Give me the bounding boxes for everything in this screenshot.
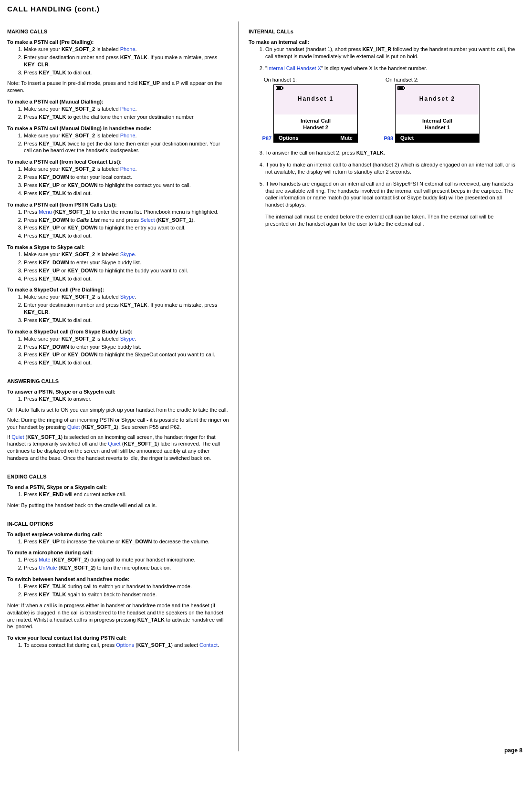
right-column: INTERNAL CALLs To make an internal call:…	[239, 21, 516, 751]
list-item: Press Mute (KEY_SOFT_2) during call to m…	[24, 556, 229, 563]
vol-head: To adjust earpiece volume during call:	[7, 531, 229, 537]
int5b-note: The internal call must be ended before t…	[265, 213, 516, 228]
list-item: Press KEY_TALK to dial out.	[24, 317, 229, 324]
left-column: MAKING CALLS To make a PSTN call (Pre Di…	[7, 21, 239, 751]
list-item: Press KEY_TALK to dial out.	[24, 232, 229, 239]
list-item: Press KEY_DOWN to Calls List menu and pr…	[24, 217, 229, 224]
list-item: Press KEY_TALK to answer.	[24, 395, 229, 403]
list-item: Press KEY_UP or KEY_DOWN to highlight th…	[24, 351, 229, 358]
pstn-hf-head: To make a PSTN call (Manual Dialling) in…	[7, 125, 229, 131]
skype-head: To make a Skype to Skype call:	[7, 244, 229, 250]
pstn-manual-list: Make sure your KEY_SOFT_2 is labeled Pho…	[7, 105, 229, 121]
phone2-title: Handset 2	[396, 87, 479, 102]
list-item: Press KEY_TALK to dial out.	[24, 275, 229, 282]
int-list-bottom: To answer the call on handset 2, press K…	[249, 149, 516, 228]
list-item: Press KEY_UP to increase the volume or K…	[24, 538, 229, 545]
phone2-screen: Handset 2 Internal CallHandset 1 Quiet	[395, 84, 480, 143]
phone1-softkeys: Options Mute	[274, 134, 357, 142]
p87-label: P87	[258, 135, 271, 143]
answer-list: Press KEY_TALK to answer.	[7, 395, 229, 403]
list-item: If you try to make an internal call to a…	[265, 161, 516, 176]
view-list: To access contact list during call, pres…	[7, 642, 229, 649]
pstn-calls-head: To make a PSTN call (from PSTN Calls Lis…	[7, 202, 229, 208]
list-item: Make sure your KEY_SOFT_2 is labeled Sky…	[24, 251, 229, 258]
list-item: Press KEY_TALK to dial out.	[24, 190, 229, 197]
vol-list: Press KEY_UP to increase the volume or K…	[7, 538, 229, 545]
battery-icon	[397, 86, 404, 90]
phone2-softkey-left: Quiet	[400, 135, 414, 141]
list-item: Make sure your KEY_SOFT_2 is labeled Pho…	[24, 132, 229, 139]
list-item: Press KEY_TALK to dial out.	[24, 69, 229, 76]
answer-head: To answer a PSTN, Skype or a SkypeIn cal…	[7, 389, 229, 395]
list-item: Make sure your KEY_SOFT_2 is labeled Sky…	[24, 293, 229, 301]
phone2-mid: Internal CallHandset 1	[396, 114, 479, 134]
page-title: CALL HANDLING (cont.)	[7, 5, 525, 13]
phone1-title: Handset 1	[274, 87, 357, 102]
list-item: "Internal Call Handset X" is displayed w…	[265, 65, 516, 72]
list-item: Make sure your KEY_SOFT_2 is labeled Sky…	[24, 335, 229, 343]
internal-heading: INTERNAL CALLs	[249, 29, 516, 34]
skypeout-buddy-head: To make a SkypeOut call (from Skype Budd…	[7, 329, 229, 334]
mute-list: Press Mute (KEY_SOFT_2) during call to m…	[7, 556, 229, 572]
list-item: Press KEY_DOWN to enter your Skype buddy…	[24, 259, 229, 266]
list-item: Make sure your KEY_SOFT_2 is labeled Pho…	[24, 166, 229, 173]
pstn-pre-list: Make sure your KEY_SOFT_2 is labeled Pho…	[7, 46, 229, 76]
phone2-softkeys: Quiet	[396, 134, 479, 142]
skype-list: Make sure your KEY_SOFT_2 is labeled Sky…	[7, 251, 229, 282]
list-item: Press Menu (KEY_SOFT_1) to enter the men…	[24, 208, 229, 216]
phone1-screen: Handset 1 Internal CallHandset 2 Options…	[273, 84, 358, 143]
list-item: Make sure your KEY_SOFT_2 is labeled Pho…	[24, 46, 229, 53]
pstn-local-list: Make sure your KEY_SOFT_2 is labeled Pho…	[7, 166, 229, 197]
list-item: Press KEY_TALK to dial out.	[24, 359, 229, 366]
phone1-softkey-left: Options	[279, 135, 299, 141]
answering-heading: ANSWERING CALLS	[7, 378, 229, 384]
pstn-hf-list: Make sure your KEY_SOFT_2 is labeled Pho…	[7, 132, 229, 155]
pstn-local-head: To make a PSTN call (from local Contact …	[7, 159, 229, 165]
skypeout-buddy-list: Make sure your KEY_SOFT_2 is labeled Sky…	[7, 335, 229, 366]
list-item: Enter your destination number and press …	[24, 301, 229, 316]
list-item: Press KEY_DOWN to enter your local conta…	[24, 174, 229, 181]
content-columns: MAKING CALLS To make a PSTN call (Pre Di…	[7, 21, 525, 751]
end-list: Press KEY_END will end current active ca…	[7, 491, 229, 498]
incall-heading: IN-CALL OPTIONS	[7, 521, 229, 527]
list-item: If two handsets are engaged on an intern…	[265, 180, 516, 228]
phone-diagrams: On handset 1: P87 Handset 1 Internal Cal…	[258, 77, 516, 143]
pstn-pre-head: To make a PSTN call (Pre Dialling):	[7, 39, 229, 45]
list-item: On your handset (handset 1), short press…	[265, 46, 516, 60]
phone1-block: On handset 1: P87 Handset 1 Internal Cal…	[258, 77, 361, 143]
int-head: To make an internal call:	[249, 39, 516, 45]
list-item: Press KEY_TALK again to switch back to h…	[24, 591, 229, 598]
phone2-block: On handset 2: P88 Handset 2 Internal Cal…	[380, 77, 482, 143]
pstn-pre-note: Note: To insert a pause in pre-dial mode…	[7, 80, 229, 94]
answer-note2: Note: During the ringing of an incoming …	[7, 416, 229, 431]
list-item: To access contact list during call, pres…	[24, 642, 229, 649]
skypeout-pre-head: To make a SkypeOut call (Pre Dialling):	[7, 287, 229, 292]
phone2-caption: On handset 2:	[380, 77, 482, 83]
switch-list: Press KEY_TALK during call to switch you…	[7, 583, 229, 598]
list-item: Enter your destination number and press …	[24, 54, 229, 68]
switch-head: To switch between handset and handsfree …	[7, 576, 229, 582]
list-item: Make sure your KEY_SOFT_2 is labeled Pho…	[24, 105, 229, 113]
list-item: Press KEY_DOWN to enter your Skype buddy…	[24, 343, 229, 351]
phone1-softkey-right: Mute	[340, 135, 353, 141]
battery-icon	[276, 86, 282, 90]
list-item: Press KEY_TALK twice to get the dial ton…	[24, 140, 229, 155]
answer-note1: Or if Auto Talk is set to ON you can sim…	[7, 406, 229, 414]
list-item: To answer the call on handset 2, press K…	[265, 149, 516, 156]
pstn-manual-head: To make a PSTN call (Manual Dialling):	[7, 99, 229, 104]
view-head: To view your local contact list during P…	[7, 635, 229, 641]
end-note: Note: By putting the handset back on the…	[7, 502, 229, 509]
ending-heading: ENDING CALLS	[7, 474, 229, 479]
page-number: page 8	[504, 747, 522, 754]
list-item: Press KEY_UP or KEY_DOWN to highlight th…	[24, 182, 229, 189]
list-item: Press KEY_TALK during call to switch you…	[24, 583, 229, 590]
pstn-calls-list: Press Menu (KEY_SOFT_1) to enter the men…	[7, 208, 229, 239]
making-calls-heading: MAKING CALLS	[7, 29, 229, 34]
list-item: Press UnMute (KEY_SOFT_2) to turn the mi…	[24, 564, 229, 572]
list-item: Press KEY_TALK to get the dial tone then…	[24, 114, 229, 121]
end-head: To end a PSTN, Skype or a SkypeIn call:	[7, 484, 229, 490]
int-list-top: On your handset (handset 1), short press…	[249, 46, 516, 72]
mute-head: To mute a microphone during call:	[7, 550, 229, 555]
list-item: Press KEY_UP or KEY_DOWN to highlight th…	[24, 224, 229, 231]
list-item: Press KEY_UP or KEY_DOWN to highlight th…	[24, 267, 229, 274]
